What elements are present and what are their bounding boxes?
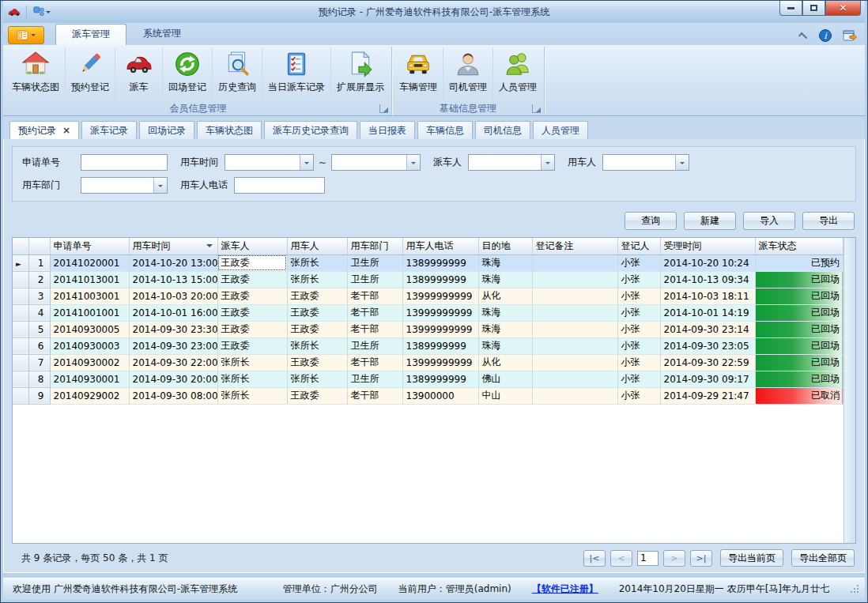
restore-button[interactable]: [802, 1, 825, 16]
cell-user[interactable]: 王政委: [287, 288, 347, 304]
dept-combo[interactable]: [81, 177, 168, 194]
ribbon-tab-dispatch-management[interactable]: 派车管理: [55, 24, 126, 45]
cell-dept[interactable]: 卫生所: [347, 337, 402, 354]
header-dept[interactable]: 用车部门: [347, 238, 402, 254]
cell-dispatch-status[interactable]: 已回场: [755, 288, 843, 304]
tab-daily-report[interactable]: 当日报表: [360, 121, 415, 139]
table-row[interactable]: 4 20141001001 2014-10-01 16:00 王政委 王政委 老…: [13, 304, 843, 321]
cell-apply-no[interactable]: 20140930005: [50, 321, 129, 337]
header-accept-time[interactable]: 受理时间: [660, 238, 755, 254]
cell-apply-no[interactable]: 20140930002: [50, 354, 129, 371]
combo-dropdown-button[interactable]: [300, 155, 313, 170]
minimize-button[interactable]: [779, 1, 802, 16]
cell-phone[interactable]: 13999999999: [402, 354, 478, 371]
today-dispatch-records-button[interactable]: 当日派车记录: [262, 47, 330, 101]
tab-vehicle-status-map[interactable]: 车辆状态图: [197, 121, 262, 139]
cell-dispatcher[interactable]: 王政委: [217, 337, 287, 354]
cell-registrar[interactable]: 小张: [617, 271, 660, 288]
cell-dispatcher[interactable]: 张所长: [217, 387, 287, 404]
cell-user[interactable]: 张所长: [287, 371, 347, 387]
cell-dept[interactable]: 老干部: [347, 304, 402, 321]
cell-use-time[interactable]: 2014-10-13 15:00: [129, 271, 217, 288]
cell-apply-no[interactable]: 20140930003: [50, 337, 129, 354]
cell-destination[interactable]: 珠海: [478, 271, 532, 288]
table-row[interactable]: 8 20140930001 2014-09-30 20:00 张所长 张所长 卫…: [13, 371, 843, 387]
phone-input[interactable]: [234, 177, 325, 194]
reservation-register-button[interactable]: 预约登记: [65, 47, 115, 101]
cell-dispatcher[interactable]: 王政委: [217, 304, 287, 321]
cell-use-time[interactable]: 2014-10-20 13:00: [129, 254, 217, 271]
driver-management-button[interactable]: 司机管理: [443, 47, 492, 101]
cell-user[interactable]: 王政委: [287, 321, 347, 337]
cell-registrar[interactable]: 小张: [617, 387, 660, 404]
cell-accept-time[interactable]: 2014-10-20 10:24: [660, 254, 755, 271]
cell-destination[interactable]: 佛山: [478, 371, 532, 387]
cell-dispatch-status[interactable]: 已回场: [755, 321, 843, 337]
dispatch-button[interactable]: 派车: [115, 47, 162, 101]
cell-registrar[interactable]: 小张: [617, 288, 660, 304]
header-use-time[interactable]: 用车时间: [129, 238, 217, 254]
tab-personnel-management[interactable]: 人员管理: [533, 121, 588, 139]
cell-accept-time[interactable]: 2014-09-29 21:47: [660, 387, 755, 404]
cell-phone[interactable]: 13999999999: [402, 288, 478, 304]
cell-user[interactable]: 张所长: [287, 271, 347, 288]
cell-destination[interactable]: 珠海: [478, 337, 532, 354]
dispatcher-combo[interactable]: [468, 154, 555, 171]
cell-registrar[interactable]: 小张: [617, 321, 660, 337]
table-row[interactable]: 3 20141003001 2014-10-03 20:00 王政委 王政委 老…: [13, 288, 843, 304]
switch-window-icon[interactable]: [843, 29, 857, 42]
cell-apply-no[interactable]: 20141013001: [50, 271, 129, 288]
cell-dispatch-status[interactable]: 已回场: [755, 354, 843, 371]
cell-phone[interactable]: 1389999999: [402, 254, 478, 271]
cell-remark[interactable]: [532, 354, 617, 371]
tab-reservation-records[interactable]: 预约记录 ×: [9, 121, 79, 139]
header-destination[interactable]: 目的地: [478, 238, 532, 254]
ribbon-tab-system-management[interactable]: 系统管理: [126, 23, 198, 45]
prev-page-button[interactable]: <: [610, 550, 632, 567]
vertical-scrollbar[interactable]: [843, 238, 855, 543]
cell-apply-no[interactable]: 20140929002: [50, 387, 129, 404]
combo-dropdown-button[interactable]: [541, 155, 554, 170]
tab-driver-info[interactable]: 司机信息: [475, 121, 530, 139]
cell-accept-time[interactable]: 2014-09-30 09:17: [660, 371, 755, 387]
last-page-button[interactable]: >|: [690, 550, 712, 567]
personnel-management-button[interactable]: 人员管理: [492, 47, 542, 101]
header-registrar[interactable]: 登记人: [617, 238, 660, 254]
tab-dispatch-records[interactable]: 派车记录: [81, 121, 137, 139]
cell-registrar[interactable]: 小张: [617, 337, 660, 354]
cell-destination[interactable]: 从化: [478, 354, 532, 371]
header-remark[interactable]: 登记备注: [532, 238, 617, 254]
combo-dropdown-button[interactable]: [153, 178, 167, 193]
cell-dispatch-status[interactable]: 已回场: [755, 304, 843, 321]
apply-no-input[interactable]: [81, 154, 168, 171]
header-dispatch-status[interactable]: 派车状态: [755, 238, 843, 254]
cell-user[interactable]: 张所长: [287, 254, 347, 271]
new-button[interactable]: 新建: [684, 212, 736, 230]
cell-registrar[interactable]: 小张: [617, 304, 660, 321]
cell-dispatch-status[interactable]: 已回场: [755, 371, 843, 387]
query-button[interactable]: 查询: [625, 212, 677, 230]
cell-registrar[interactable]: 小张: [617, 254, 660, 271]
cell-dispatcher[interactable]: 王政委: [217, 254, 287, 271]
cell-dispatcher[interactable]: 王政委: [217, 288, 287, 304]
table-row[interactable]: ► 1 20141020001 2014-10-20 13:00 王政委 张所长…: [13, 254, 843, 271]
tab-dispatch-history-query[interactable]: 派车历史记录查询: [264, 121, 357, 139]
cell-registrar[interactable]: 小张: [617, 354, 660, 371]
cell-use-time[interactable]: 2014-09-30 23:30: [129, 321, 217, 337]
cell-destination[interactable]: 珠海: [478, 254, 532, 271]
page-number-input[interactable]: [637, 551, 659, 566]
cell-dept[interactable]: 老干部: [347, 354, 402, 371]
cell-accept-time[interactable]: 2014-10-01 14:19: [660, 304, 755, 321]
cell-dispatch-status[interactable]: 已回场: [755, 337, 843, 354]
cell-dept[interactable]: 卫生所: [347, 271, 402, 288]
cell-dept[interactable]: 老干部: [347, 321, 402, 337]
cell-dept[interactable]: 老干部: [347, 387, 402, 404]
cell-remark[interactable]: [532, 321, 617, 337]
return-register-button[interactable]: 回场登记: [162, 47, 212, 101]
first-page-button[interactable]: |<: [583, 550, 606, 567]
cell-remark[interactable]: [532, 254, 617, 271]
cell-accept-time[interactable]: 2014-09-30 22:59: [660, 354, 755, 371]
cell-remark[interactable]: [532, 387, 617, 404]
header-phone[interactable]: 用车人电话: [402, 238, 478, 254]
cell-apply-no[interactable]: 20141020001: [50, 254, 129, 271]
